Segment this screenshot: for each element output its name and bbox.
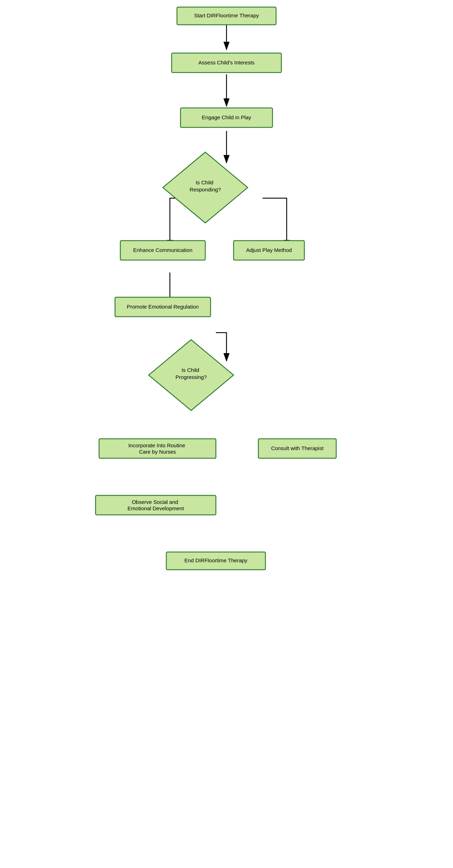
- assess-label: Assess Child's Interests: [199, 59, 255, 65]
- engage-label: Engage Child in Play: [202, 114, 251, 120]
- adjust-label: Adjust Play Method: [246, 247, 292, 253]
- arrow-promote-center: [216, 333, 226, 361]
- observe-label: Observe Social and Emotional Development: [127, 499, 184, 511]
- promote-label: Promote Emotional Regulation: [127, 304, 199, 310]
- start-label: Start DIRFloortime Therapy: [194, 12, 259, 18]
- end-label: End DIRFloortime Therapy: [184, 557, 248, 563]
- enhance-label: Enhance Communication: [133, 247, 193, 253]
- flowchart-diagram: Start DIRFloortime Therapy Assess Child'…: [85, 0, 368, 868]
- consult-label: Consult with Therapist: [271, 445, 324, 451]
